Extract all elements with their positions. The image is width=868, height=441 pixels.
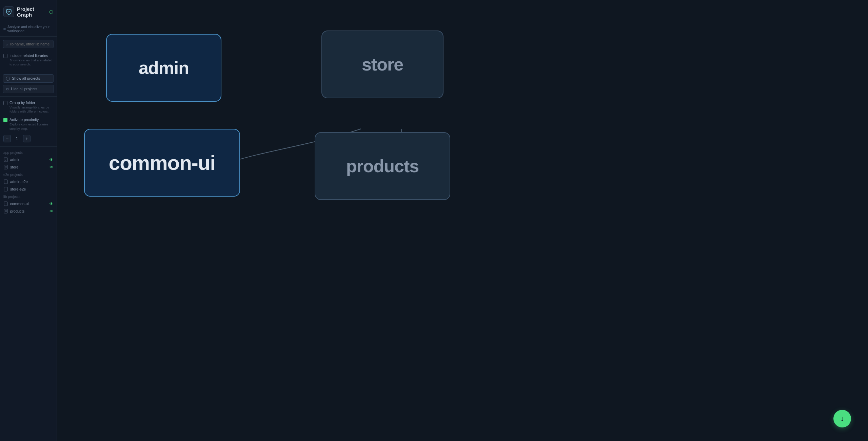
node-store[interactable]: store: [321, 31, 443, 98]
search-icon: ⌕: [6, 42, 8, 46]
project-name-common-ui: common-ui: [10, 202, 47, 206]
include-related-sublabel: Show libraries that are related to your …: [9, 58, 53, 67]
activate-proximity-label: Activate proximity: [9, 118, 53, 122]
node-admin[interactable]: admin: [106, 34, 221, 102]
hide-all-button[interactable]: ⊘ Hide all projects: [3, 85, 54, 93]
download-icon: ↓: [841, 414, 844, 423]
project-name-admin-e2e: admin-e2e: [10, 180, 53, 184]
project-item-admin-e2e[interactable]: admin-e2e: [0, 178, 57, 185]
status-dot: [3, 28, 6, 30]
project-name-store-e2e: store-e2e: [10, 187, 53, 191]
visibility-icon-admin[interactable]: 👁: [50, 158, 53, 162]
stepper-row: − 1 +: [0, 133, 57, 144]
section-lib-projects: lib projects: [0, 193, 57, 200]
app-header: Project Graph ⬡: [0, 0, 57, 22]
node-admin-label: admin: [139, 58, 189, 78]
search-input[interactable]: [10, 42, 51, 46]
divider-3: [0, 146, 57, 147]
graph-icon: ⬡: [49, 9, 53, 15]
project-name-products: products: [10, 209, 47, 213]
group-by-folder-checkbox[interactable]: [3, 101, 7, 105]
node-common-ui[interactable]: common-ui: [84, 129, 240, 197]
visibility-icon-common-ui[interactable]: 👁: [50, 202, 53, 206]
stepper-plus-button[interactable]: +: [23, 135, 31, 142]
activate-proximity-checkbox[interactable]: [3, 118, 7, 122]
file-icon-admin-e2e: [3, 179, 8, 184]
stepper-value: 1: [14, 136, 20, 141]
project-item-store[interactable]: store 👁: [0, 163, 57, 171]
divider-2: [0, 96, 57, 97]
svg-rect-9: [4, 187, 7, 191]
search-box[interactable]: ⌕: [3, 40, 54, 48]
node-store-label: store: [362, 54, 403, 75]
section-e2e-projects: e2e projects: [0, 171, 57, 178]
file-icon-store-e2e: [3, 187, 8, 192]
file-icon-store: [3, 165, 8, 169]
file-icon-products: [3, 209, 8, 214]
include-related-row: Include related libraries Show libraries…: [0, 52, 57, 69]
divider-1: [0, 71, 57, 71]
analyze-label: Analyse and visualize your workspace: [0, 22, 57, 37]
show-icon: ◯: [6, 76, 10, 81]
sidebar: Project Graph ⬡ Analyse and visualize yo…: [0, 0, 57, 441]
project-name-admin: admin: [10, 158, 47, 162]
visibility-icon-products[interactable]: 👁: [50, 209, 53, 213]
hide-icon: ⊘: [6, 87, 9, 91]
visibility-icon-store[interactable]: 👁: [50, 165, 53, 169]
stepper-minus-button[interactable]: −: [3, 135, 11, 142]
graph-canvas: admin store common-ui products ↓: [57, 0, 868, 441]
project-item-store-e2e[interactable]: store-e2e: [0, 185, 57, 193]
group-by-folder-sublabel: Visually arrange libraries by folders wi…: [9, 105, 53, 114]
include-related-checkbox[interactable]: [3, 54, 7, 58]
nx-logo: [3, 6, 14, 17]
node-common-ui-label: common-ui: [109, 151, 215, 175]
file-icon-common-ui: [3, 201, 8, 206]
activate-proximity-sublabel: Explore connected libraries step by step…: [9, 122, 53, 131]
app-title: Project Graph: [17, 6, 46, 18]
project-item-common-ui[interactable]: common-ui 👁: [0, 200, 57, 207]
project-item-admin[interactable]: admin 👁: [0, 156, 57, 163]
section-app-projects: app projects: [0, 149, 57, 156]
include-related-label: Include related libraries: [9, 54, 53, 58]
download-button[interactable]: ↓: [833, 410, 851, 427]
show-all-button[interactable]: ◯ Show all projects: [3, 74, 54, 83]
group-by-folder-label: Group by folder: [9, 101, 53, 105]
svg-rect-8: [4, 180, 7, 184]
node-products-label: products: [346, 156, 419, 176]
project-name-store: store: [10, 165, 47, 169]
file-icon-admin: [3, 157, 8, 162]
project-item-products[interactable]: products 👁: [0, 207, 57, 215]
node-products[interactable]: products: [315, 132, 450, 200]
activate-proximity-row: Activate proximity Explore connected lib…: [0, 116, 57, 133]
group-by-folder-row: Group by folder Visually arrange librari…: [0, 99, 57, 116]
